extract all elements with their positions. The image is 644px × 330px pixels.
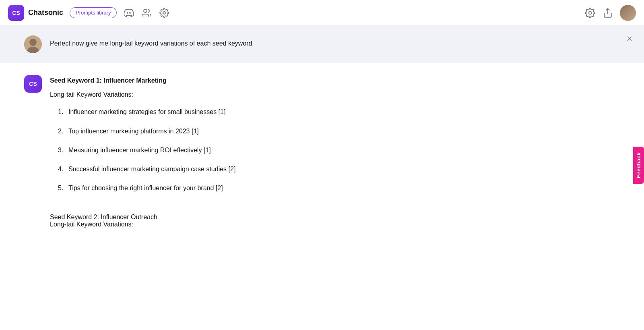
list-num: 2. [58, 126, 66, 137]
seed2-section: Seed Keyword 2: Influencer Outreach Long… [0, 214, 644, 232]
settings-icon[interactable] [159, 7, 170, 19]
feedback-label: Feedback [636, 152, 642, 178]
user-message-text: Perfect now give me long-tail keyword va… [50, 35, 252, 48]
list-num: 5. [58, 183, 66, 193]
discord-icon[interactable] [123, 7, 134, 19]
list-item-text: Measuring influencer marketing ROI effec… [68, 145, 211, 156]
feedback-button[interactable]: Feedback [633, 147, 644, 184]
list-item-text: Tips for choosing the right influencer f… [68, 183, 223, 193]
variations-label: Long-tail Keyword Variations: [50, 89, 620, 100]
header-right [584, 5, 636, 21]
logo-abbr: CS [12, 10, 20, 16]
list-item: 2. Top influencer marketing platforms in… [58, 126, 620, 137]
gear-icon-right[interactable] [584, 7, 596, 19]
list-item: 4. Successful influencer marketing campa… [58, 164, 620, 174]
list-item: 1. Influencer marketing strategies for s… [58, 106, 620, 117]
ai-message: CS Seed Keyword 1: Influencer Marketing … [0, 63, 644, 214]
prompts-library-label: Prompts library [76, 10, 111, 16]
variations-label-2: Long-tail Keyword Variations: [50, 221, 620, 228]
logo-icon: CS [8, 5, 24, 21]
svg-point-7 [29, 39, 37, 46]
list-num: 4. [58, 164, 66, 174]
list-item: 3. Measuring influencer marketing ROI ef… [58, 145, 620, 156]
keyword-list: 1. Influencer marketing strategies for s… [50, 106, 620, 193]
list-item: 5. Tips for choosing the right influence… [58, 183, 620, 193]
svg-point-2 [589, 11, 592, 14]
user-avatar-chat [24, 35, 42, 53]
share-icon[interactable] [602, 7, 613, 19]
close-button[interactable] [623, 32, 636, 45]
list-item-text: Influencer marketing strategies for smal… [68, 106, 225, 117]
seed1-heading: Seed Keyword 1: Influencer Marketing [50, 75, 620, 86]
ai-content: Seed Keyword 1: Influencer Marketing Lon… [50, 75, 620, 201]
prompts-library-button[interactable]: Prompts library [70, 7, 117, 18]
user-message: Perfect now give me long-tail keyword va… [0, 26, 644, 63]
user-avatar[interactable] [620, 5, 636, 21]
list-num: 3. [58, 145, 66, 156]
logo-text: Chatsonic [28, 8, 63, 17]
logo-area: CS Chatsonic [8, 5, 63, 21]
ai-avatar: CS [24, 75, 42, 93]
header-icons [123, 7, 170, 19]
svg-point-1 [163, 12, 165, 14]
header: CS Chatsonic Prompts library [0, 0, 644, 26]
community-icon[interactable] [141, 7, 152, 19]
avatar-image [620, 5, 636, 21]
svg-point-0 [144, 9, 147, 12]
list-item-text: Top influencer marketing platforms in 20… [68, 126, 199, 137]
list-num: 1. [58, 106, 66, 117]
chat-area: Perfect now give me long-tail keyword va… [0, 26, 644, 330]
seed2-heading: Seed Keyword 2: Influencer Outreach [50, 214, 620, 221]
list-item-text: Successful influencer marketing campaign… [68, 164, 235, 174]
